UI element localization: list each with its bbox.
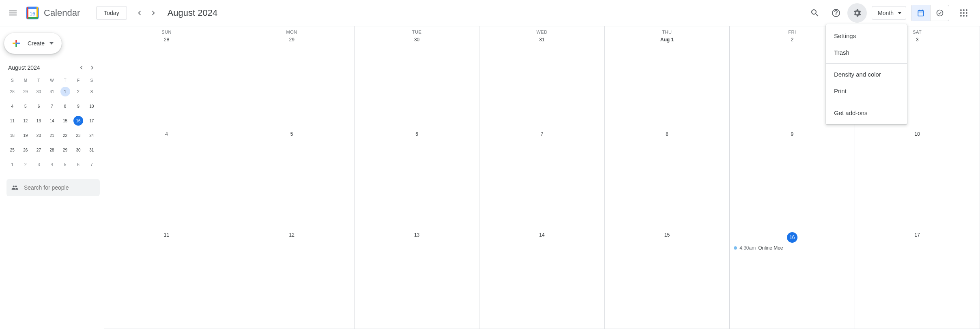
search-button[interactable] [805,3,825,23]
calendar-cell[interactable]: 6 [355,127,479,228]
settings-menu-item[interactable]: Print [826,83,907,99]
mini-day-cell[interactable]: 14 [45,113,59,128]
calendar-mode-button[interactable] [911,5,930,21]
mini-next-button[interactable] [87,62,98,73]
calendar-cell[interactable]: TUE30 [355,26,479,127]
mini-day-cell[interactable]: 9 [72,99,85,113]
mini-day-cell[interactable]: 25 [6,143,19,157]
prev-period-button[interactable] [132,6,146,20]
next-period-button[interactable] [146,6,161,20]
settings-menu-item[interactable]: Settings [826,28,907,44]
mini-day-cell[interactable]: 19 [19,128,32,143]
calendar-cell[interactable]: 7 [479,127,604,228]
calendar-cell[interactable]: 8 [605,127,730,228]
calendar-cell[interactable]: 11 [104,228,229,329]
day-number[interactable]: 9 [732,131,852,137]
mini-day-cell[interactable]: 3 [85,84,98,99]
day-number[interactable]: 10 [858,131,977,137]
day-number[interactable]: 17 [858,232,977,238]
mini-day-cell[interactable]: 22 [58,128,72,143]
mini-calendar-title[interactable]: August 2024 [6,64,40,71]
day-number[interactable]: 4 [107,131,226,137]
day-number[interactable]: 29 [232,37,351,43]
mini-day-cell[interactable]: 4 [6,99,19,113]
mini-day-cell[interactable]: 30 [32,84,45,99]
mini-day-cell[interactable]: 15 [58,113,72,128]
calendar-cell[interactable]: 4 [104,127,229,228]
mini-day-cell[interactable]: 23 [72,128,85,143]
main-menu-button[interactable] [3,3,23,23]
day-number[interactable]: 12 [232,232,351,238]
calendar-cell[interactable]: 13 [355,228,479,329]
today-button[interactable]: Today [96,6,127,20]
mini-day-cell[interactable]: 2 [19,157,32,172]
mini-day-cell[interactable]: 7 [45,99,59,113]
mini-day-cell[interactable]: 26 [19,143,32,157]
mini-day-cell[interactable]: 12 [19,113,32,128]
mini-day-cell[interactable]: 28 [45,143,59,157]
calendar-cell[interactable]: SUN28 [104,26,229,127]
settings-menu-item[interactable]: Density and color [826,66,907,83]
mini-day-cell[interactable]: 21 [45,128,59,143]
search-people-input[interactable] [24,184,95,191]
mini-day-cell[interactable]: 27 [32,143,45,157]
mini-day-cell[interactable]: 31 [85,143,98,157]
settings-button[interactable] [847,3,867,23]
day-number[interactable]: 8 [607,131,727,137]
mini-day-cell[interactable]: 6 [32,99,45,113]
mini-day-cell[interactable]: 1 [58,84,72,99]
mini-day-cell[interactable]: 29 [58,143,72,157]
calendar-cell[interactable]: 15 [605,228,730,329]
day-number[interactable]: 16 [732,232,852,243]
google-apps-button[interactable] [954,3,974,23]
calendar-cell[interactable]: MON29 [229,26,354,127]
calendar-cell[interactable]: 5 [229,127,354,228]
day-number[interactable]: 31 [482,37,602,43]
mini-day-cell[interactable]: 30 [72,143,85,157]
day-number[interactable]: 6 [357,131,477,137]
day-number[interactable]: 7 [482,131,602,137]
calendar-cell[interactable]: 9 [730,127,855,228]
mini-day-cell[interactable]: 20 [32,128,45,143]
day-number[interactable]: 11 [107,232,226,238]
settings-menu-item[interactable]: Get add-ons [826,105,907,121]
support-button[interactable] [826,3,846,23]
mini-day-cell[interactable]: 4 [45,157,59,172]
tasks-mode-button[interactable] [930,5,949,21]
calendar-cell[interactable]: 17 [855,228,980,329]
calendar-cell[interactable]: 12 [229,228,354,329]
mini-day-cell[interactable]: 11 [6,113,19,128]
day-number[interactable]: 15 [607,232,727,238]
current-month-title[interactable]: August 2024 [168,8,218,18]
calendar-cell[interactable]: WED31 [479,26,604,127]
settings-menu-item[interactable]: Trash [826,44,907,61]
mini-prev-button[interactable] [75,62,87,73]
mini-day-cell[interactable]: 2 [72,84,85,99]
create-button[interactable]: Create [4,33,62,54]
day-number[interactable]: 5 [232,131,351,137]
mini-day-cell[interactable]: 29 [19,84,32,99]
mini-day-cell[interactable]: 31 [45,84,59,99]
mini-day-cell[interactable]: 3 [32,157,45,172]
mini-day-cell[interactable]: 24 [85,128,98,143]
calendar-cell[interactable]: 10 [855,127,980,228]
day-number[interactable]: Aug 1 [607,37,727,43]
calendar-cell[interactable]: 14 [479,228,604,329]
day-number[interactable]: 13 [357,232,477,238]
calendar-cell[interactable]: 164:30amOnline Mee [730,228,855,329]
day-number[interactable]: 30 [357,37,477,43]
calendar-cell[interactable]: THUAug 1 [605,26,730,127]
mini-day-cell[interactable]: 13 [32,113,45,128]
search-people-field[interactable] [6,179,100,196]
mini-day-cell[interactable]: 10 [85,99,98,113]
calendar-event[interactable]: 4:30amOnline Mee [732,245,852,251]
mini-day-cell[interactable]: 18 [6,128,19,143]
day-number[interactable]: 28 [107,37,226,43]
mini-day-cell[interactable]: 1 [6,157,19,172]
mini-day-cell[interactable]: 8 [58,99,72,113]
mini-day-cell[interactable]: 28 [6,84,19,99]
app-logo-title[interactable]: 16 Calendar [24,5,80,21]
mini-day-cell[interactable]: 6 [72,157,85,172]
view-switcher[interactable]: Month [872,6,906,20]
mini-day-cell[interactable]: 7 [85,157,98,172]
